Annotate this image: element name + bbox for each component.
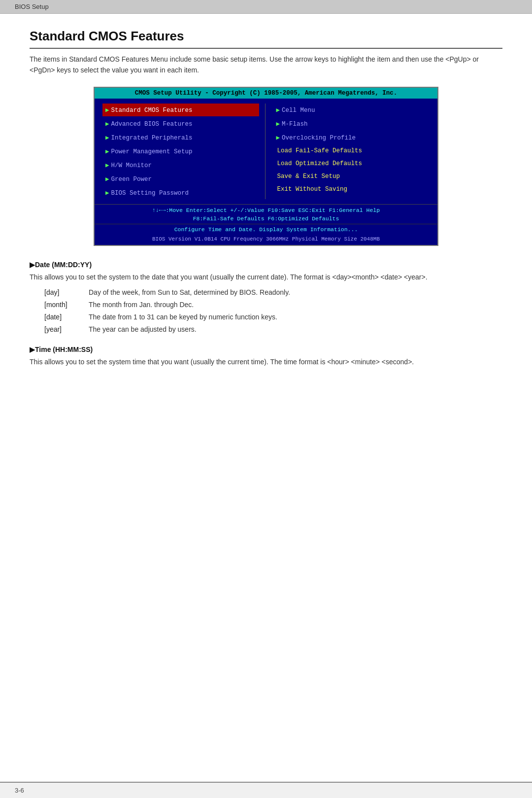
param-val-date: The date from 1 to 31 can be keyed by nu… <box>89 312 502 322</box>
arrow-icon: ▶ <box>105 148 109 155</box>
page: BIOS Setup Standard CMOS Features The it… <box>0 0 532 798</box>
param-row-day: [day] Day of the week, from Sun to Sat, … <box>44 287 502 298</box>
date-section-title: ▶Date (MM:DD:YY) <box>30 261 502 269</box>
bios-item-optimized[interactable]: Load Optimized Defaults <box>273 158 430 170</box>
bios-screen: CMOS Setup Utility - Copyright (C) 1985-… <box>94 87 438 246</box>
page-title: Standard CMOS Features <box>30 29 502 49</box>
bios-item-exit-nosave[interactable]: Exit Without Saving <box>273 183 430 195</box>
bios-item-failsafe[interactable]: Load Fail-Safe Defaults <box>273 145 430 157</box>
bios-item-overclocking[interactable]: ▶Overclocking Profile <box>273 131 430 144</box>
param-val-day: Day of the week, from Sun to Sat, determ… <box>89 287 502 298</box>
bios-title-bar: CMOS Setup Utility - Copyright (C) 1985-… <box>95 88 437 99</box>
time-section-title: ▶Time (HH:MM:SS) <box>30 346 502 353</box>
bios-item-standard-cmos[interactable]: ▶Standard CMOS Features <box>102 104 259 116</box>
param-val-month: The month from Jan. through Dec. <box>89 300 502 310</box>
arrow-icon: ▶ <box>105 190 109 197</box>
bios-right-col: ▶Cell Menu ▶M-Flash ▶Overclocking Profil… <box>266 104 430 199</box>
bios-item-password[interactable]: ▶BIOS Setting Password <box>102 186 259 199</box>
arrow-icon: ▶ <box>105 135 109 141</box>
bottom-bar: 3-6 <box>0 782 532 798</box>
bios-left-col: ▶Standard CMOS Features ▶Advanced BIOS F… <box>102 104 266 199</box>
time-section: ▶Time (HH:MM:SS) This allows you to set … <box>30 346 502 367</box>
param-row-month: [month] The month from Jan. through Dec. <box>44 300 502 310</box>
bios-footer-line2: F8:Fail-Safe Defaults F6:Optimized Defau… <box>95 214 437 224</box>
bios-item-hwmonitor[interactable]: ▶H/W Monitor <box>102 159 259 172</box>
bios-status: Configure Time and Date. Display System … <box>95 224 437 235</box>
time-section-desc: This allows you to set the system time t… <box>30 356 502 367</box>
bios-item-integrated[interactable]: ▶Integrated Peripherals <box>102 131 259 144</box>
date-section: ▶Date (MM:DD:YY) This allows you to set … <box>30 261 502 335</box>
arrow-icon: ▶ <box>105 162 109 169</box>
param-row-year: [year] The year can be adjusted by users… <box>44 324 502 335</box>
param-key-month: [month] <box>44 300 79 310</box>
arrow-icon: ▶ <box>276 107 280 114</box>
bios-item-save-exit[interactable]: Save & Exit Setup <box>273 171 430 182</box>
date-title-text: ▶Date (MM:DD:YY) <box>30 261 92 269</box>
bios-menu-area: ▶Standard CMOS Features ▶Advanced BIOS F… <box>95 99 437 204</box>
arrow-icon: ▶ <box>276 135 280 141</box>
date-param-table: [day] Day of the week, from Sun to Sat, … <box>44 287 502 335</box>
param-key-day: [day] <box>44 287 79 298</box>
arrow-icon: ▶ <box>276 121 280 128</box>
arrow-icon: ▶ <box>105 176 109 183</box>
param-key-year: [year] <box>44 324 79 335</box>
topbar-label: BIOS Setup <box>15 3 49 10</box>
page-number: 3-6 <box>15 787 24 794</box>
param-key-date: [date] <box>44 312 79 322</box>
top-bar: BIOS Setup <box>0 0 532 14</box>
date-section-desc: This allows you to set the system to the… <box>30 272 502 282</box>
param-val-year: The year can be adjusted by users. <box>89 324 502 335</box>
bios-item-power[interactable]: ▶Power Management Setup <box>102 145 259 158</box>
bios-item-mflash[interactable]: ▶M-Flash <box>273 117 430 130</box>
param-row-date: [date] The date from 1 to 31 can be keye… <box>44 312 502 322</box>
bios-footer-line1: ↑↓←→:Move Enter:Select +/-/:Value F10:Sa… <box>95 204 437 214</box>
main-content: Standard CMOS Features The items in Stan… <box>0 14 532 402</box>
arrow-icon: ▶ <box>105 107 109 114</box>
bios-item-cell[interactable]: ▶Cell Menu <box>273 104 430 116</box>
arrow-icon: ▶ <box>105 121 109 128</box>
time-title-text: ▶Time (HH:MM:SS) <box>30 346 93 353</box>
bios-version: BIOS Version V1.0B14 CPU Frequency 3066M… <box>95 235 437 245</box>
intro-text: The items in Standard CMOS Features Menu… <box>30 54 502 76</box>
bios-item-green[interactable]: ▶Green Power <box>102 173 259 185</box>
bios-item-advanced-bios[interactable]: ▶Advanced BIOS Features <box>102 117 259 130</box>
